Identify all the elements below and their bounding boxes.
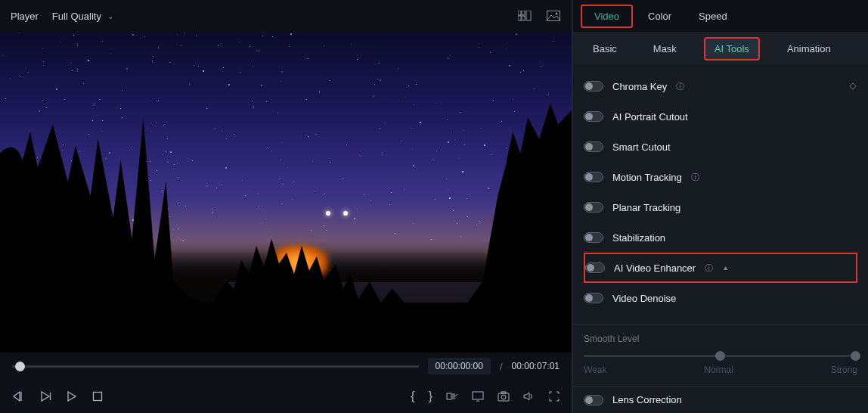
svg-marker-21 (524, 393, 529, 400)
tool-label: Stabilization (612, 232, 665, 244)
svg-marker-11 (68, 392, 76, 401)
tool-video-denoise: Video Denoise (584, 283, 857, 313)
tab-speed[interactable]: Speed (687, 6, 739, 26)
toggle-smart-cutout[interactable] (584, 141, 603, 152)
tool-smart-cutout: Smart Cutout (584, 132, 857, 162)
tool-label: Chroma Key (612, 81, 667, 92)
slider-normal: Normal (704, 365, 733, 375)
play-icon[interactable] (39, 390, 51, 402)
svg-rect-4 (526, 11, 531, 20)
play-simple-icon[interactable] (67, 391, 77, 402)
tool-ai-portrait-cutout: AI Portrait Cutout (584, 101, 857, 132)
tool-lens-correction: Lens Correction (573, 386, 868, 413)
svg-rect-1 (522, 11, 525, 15)
tool-label: Motion Tracking (612, 172, 682, 183)
slider-weak: Weak (584, 365, 606, 375)
brace-close-icon[interactable]: } (429, 390, 432, 403)
slider-thumb[interactable] (715, 351, 725, 361)
controls-bar: { } (0, 380, 572, 413)
toggle-stabilization[interactable] (584, 232, 603, 243)
timeline-bar: 00:00:00:00 / 00:00:07:01 (0, 352, 572, 380)
tool-label: Smart Cutout (612, 141, 671, 153)
help-icon[interactable]: ⓘ (676, 81, 684, 92)
svg-rect-12 (94, 393, 102, 401)
marker-icon[interactable] (446, 391, 458, 402)
toggle-video-denoise[interactable] (584, 293, 603, 303)
properties-panel: Video Color Speed Basic Mask AI Tools An… (573, 0, 868, 413)
tool-label: Planar Tracking (612, 202, 680, 213)
svg-rect-16 (473, 392, 483, 399)
grid-icon[interactable] (517, 8, 532, 23)
tool-ai-video-enhancer: AI Video Enhancer ⓘ ▲ (584, 253, 857, 283)
tool-motion-tracking: Motion Tracking ⓘ (584, 162, 857, 192)
slider-strong: Strong (831, 365, 857, 375)
smooth-title: Smooth Level (584, 334, 857, 344)
tool-label: Video Denoise (612, 293, 676, 304)
toggle-chroma-key[interactable] (584, 81, 603, 92)
quality-label: Full Quality (52, 11, 101, 22)
help-icon[interactable]: ⓘ (705, 262, 713, 274)
tools-list: Chroma Key ⓘ AI Portrait Cutout Smart Cu… (573, 65, 868, 324)
smooth-slider[interactable] (584, 355, 857, 357)
camera-icon[interactable] (498, 391, 510, 402)
fullscreen-icon[interactable] (549, 391, 560, 402)
step-back-icon[interactable] (12, 390, 24, 402)
timecode-duration: 00:00:07:01 (512, 361, 560, 371)
tool-planar-tracking: Planar Tracking (584, 192, 857, 222)
chevron-down-icon: ⌄ (107, 12, 113, 20)
tab-video[interactable]: Video (581, 5, 633, 28)
subtab-basic[interactable]: Basic (584, 39, 626, 59)
slider-labels: Weak Normal Strong (584, 365, 857, 375)
svg-marker-7 (14, 392, 20, 401)
stop-icon[interactable] (92, 391, 103, 402)
tool-label: Lens Correction (612, 394, 682, 405)
smooth-section: Smooth Level Weak Normal Strong (573, 324, 868, 386)
main-tabs: Video Color Speed (573, 0, 868, 32)
quality-dropdown[interactable]: Full Quality ⌄ (52, 11, 113, 22)
toggle-motion-tracking[interactable] (584, 172, 603, 182)
svg-point-19 (501, 395, 506, 399)
svg-rect-22 (850, 83, 856, 89)
volume-icon[interactable] (523, 391, 535, 402)
sub-tabs: Basic Mask AI Tools Animation (573, 32, 868, 65)
svg-rect-5 (547, 11, 560, 21)
svg-rect-20 (501, 392, 506, 393)
scrub-track[interactable] (12, 365, 419, 368)
toggle-ai-video-enhancer[interactable] (585, 262, 605, 273)
tool-label: AI Video Enhancer (614, 262, 696, 274)
svg-rect-13 (447, 393, 451, 399)
toggle-ai-portrait-cutout[interactable] (584, 111, 603, 122)
subtab-mask[interactable]: Mask (644, 39, 686, 59)
tool-stabilization: Stabilization (584, 222, 857, 253)
brace-open-icon[interactable]: { (411, 390, 414, 403)
toggle-lens-correction[interactable] (584, 395, 603, 405)
diamond-icon[interactable] (848, 82, 857, 91)
svg-rect-3 (522, 16, 525, 20)
svg-rect-2 (518, 16, 521, 20)
subtab-animation[interactable]: Animation (778, 39, 840, 59)
video-preview[interactable] (0, 32, 572, 352)
player-panel: Player Full Quality ⌄ (0, 0, 573, 413)
help-icon[interactable]: ⓘ (691, 172, 699, 183)
svg-point-6 (556, 13, 558, 15)
collapse-caret-icon[interactable]: ▲ (722, 264, 729, 272)
timecode-current: 00:00:00:00 (428, 358, 491, 374)
svg-marker-9 (42, 392, 49, 401)
tool-label: AI Portrait Cutout (612, 111, 688, 123)
tool-chroma-key: Chroma Key ⓘ (584, 71, 857, 101)
slider-thumb-end[interactable] (851, 351, 860, 361)
subtab-ai-tools[interactable]: AI Tools (704, 37, 760, 61)
image-icon[interactable] (546, 8, 561, 23)
player-label: Player (11, 11, 39, 22)
playhead[interactable] (15, 362, 25, 371)
tab-color[interactable]: Color (636, 6, 684, 26)
toggle-planar-tracking[interactable] (584, 202, 603, 213)
player-top-bar: Player Full Quality ⌄ (0, 0, 572, 32)
screen-icon[interactable] (472, 391, 484, 402)
timecode-separator: / (500, 361, 503, 372)
svg-rect-0 (518, 11, 521, 15)
